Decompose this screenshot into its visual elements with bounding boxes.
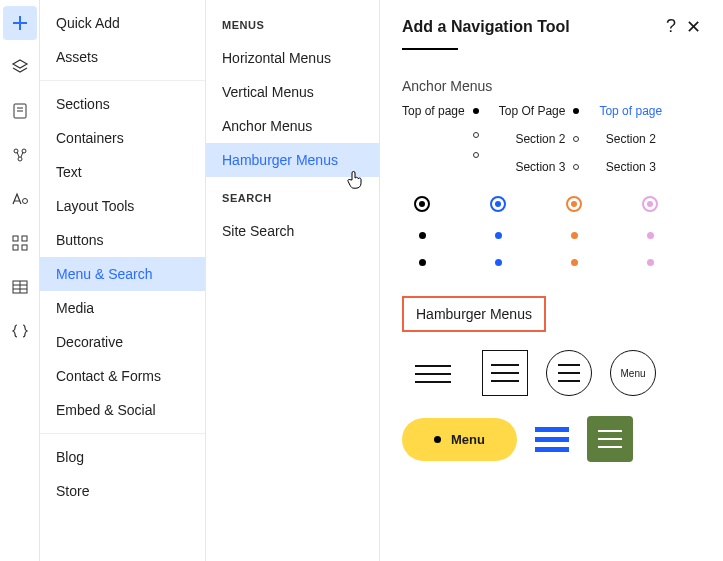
search-header: SEARCH <box>206 187 379 214</box>
anchor-text: Section 3 <box>606 160 656 174</box>
anchor-preview-1[interactable]: Top of page <box>402 104 479 174</box>
hamburger-blue-thick[interactable] <box>535 427 569 452</box>
svg-point-4 <box>22 199 27 204</box>
category-list: Quick Add Assets Sections Containers Tex… <box>40 0 206 561</box>
svg-rect-6 <box>22 236 27 241</box>
hamburger-plain[interactable] <box>402 350 464 398</box>
hamburger-green-box[interactable] <box>587 416 633 462</box>
col1-item-embed-social[interactable]: Embed & Social <box>40 393 205 427</box>
layers-icon[interactable] <box>3 50 37 84</box>
anchor-preview-3[interactable]: Top of page Section 2 Section 3 <box>599 104 662 174</box>
hamburger-circle-menu-label: Menu <box>620 368 645 379</box>
close-icon[interactable]: ✕ <box>686 16 701 38</box>
table-icon[interactable] <box>3 270 37 304</box>
hamburger-circle-menu[interactable]: Menu <box>610 350 656 396</box>
anchor-text: Section 2 <box>606 132 656 146</box>
col1-item-buttons[interactable]: Buttons <box>40 223 205 257</box>
col1-item-media[interactable]: Media <box>40 291 205 325</box>
anchor-text: Section 3 <box>515 160 565 174</box>
hamburger-pill-menu[interactable]: Menu <box>402 418 517 461</box>
col1-item-text[interactable]: Text <box>40 155 205 189</box>
color-col-blue[interactable] <box>490 196 506 266</box>
svg-rect-5 <box>13 236 18 241</box>
col1-item-contact-forms[interactable]: Contact & Forms <box>40 359 205 393</box>
grid-icon[interactable] <box>3 226 37 260</box>
col1-item-layout-tools[interactable]: Layout Tools <box>40 189 205 223</box>
plus-icon[interactable] <box>3 6 37 40</box>
anchor-text: Top Of Page <box>499 104 566 118</box>
subcategory-list: MENUS Horizontal Menus Vertical Menus An… <box>206 0 380 561</box>
anchor-preview-2[interactable]: Top Of Page Section 2 Section 3 <box>499 104 580 174</box>
hamburger-menus-label: Hamburger Menus <box>416 306 532 322</box>
pill-label: Menu <box>451 432 485 447</box>
anchor-text: Top of page <box>402 104 465 118</box>
color-variants <box>414 196 701 266</box>
color-col-pink[interactable] <box>642 196 658 266</box>
text-icon[interactable] <box>3 182 37 216</box>
hamburger-previews-row2: Menu <box>402 416 701 462</box>
col1-item-quick-add[interactable]: Quick Add <box>40 6 205 40</box>
col1-item-blog[interactable]: Blog <box>40 440 205 474</box>
page-icon[interactable] <box>3 94 37 128</box>
col1-item-assets[interactable]: Assets <box>40 40 205 74</box>
color-col-orange[interactable] <box>566 196 582 266</box>
active-tab-underline <box>402 48 458 50</box>
col1-item-menu-search[interactable]: Menu & Search <box>40 257 205 291</box>
anchor-menus-label: Anchor Menus <box>402 78 701 94</box>
icon-rail <box>0 0 40 561</box>
anchor-text: Section 2 <box>515 132 565 146</box>
color-col-black[interactable] <box>414 196 430 266</box>
svg-rect-7 <box>13 245 18 250</box>
col2-item-anchor-menus[interactable]: Anchor Menus <box>206 109 379 143</box>
svg-point-3 <box>18 157 22 161</box>
col2-item-horizontal-menus[interactable]: Horizontal Menus <box>206 41 379 75</box>
panel-title: Add a Navigation Tool <box>402 18 570 36</box>
add-panel: Add a Navigation Tool ? ✕ Anchor Menus T… <box>380 0 723 561</box>
menus-header: MENUS <box>206 14 379 41</box>
col1-item-store[interactable]: Store <box>40 474 205 508</box>
col2-item-hamburger-menus[interactable]: Hamburger Menus <box>206 143 379 177</box>
col2-item-vertical-menus[interactable]: Vertical Menus <box>206 75 379 109</box>
shapes-icon[interactable] <box>3 138 37 172</box>
col2-item-site-search[interactable]: Site Search <box>206 214 379 248</box>
col1-item-sections[interactable]: Sections <box>40 87 205 121</box>
anchor-text: Top of page <box>599 104 662 118</box>
hamburger-boxed[interactable] <box>482 350 528 396</box>
col1-item-decorative[interactable]: Decorative <box>40 325 205 359</box>
anchor-menu-previews: Top of page Top Of Page Section 2 Sectio… <box>402 104 701 174</box>
hamburger-circle[interactable] <box>546 350 592 396</box>
hamburger-menus-label-highlight: Hamburger Menus <box>402 296 546 332</box>
help-icon[interactable]: ? <box>666 16 676 38</box>
hamburger-previews-row1: Menu <box>402 350 701 398</box>
svg-rect-8 <box>22 245 27 250</box>
braces-icon[interactable] <box>3 314 37 348</box>
col1-item-containers[interactable]: Containers <box>40 121 205 155</box>
